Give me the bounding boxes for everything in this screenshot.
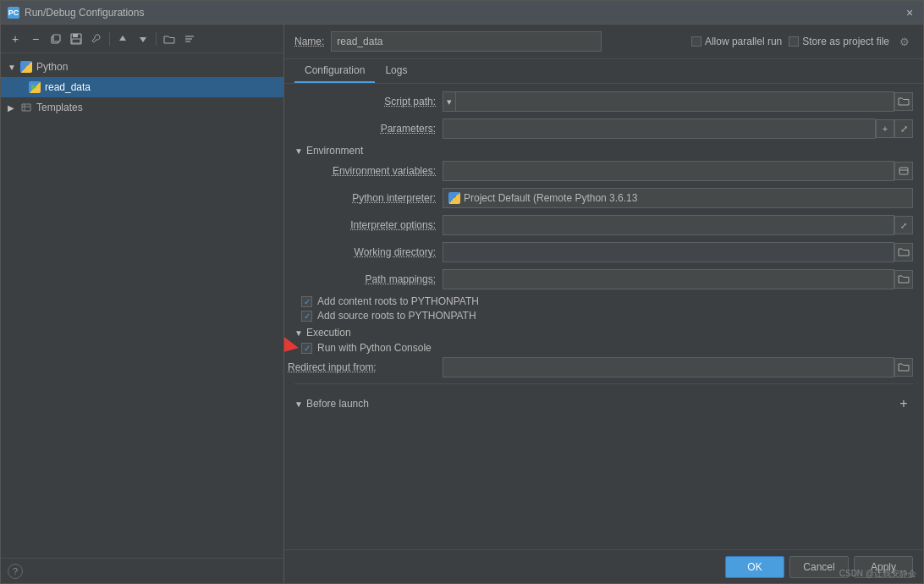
working-directory-input[interactable] bbox=[443, 242, 894, 262]
environment-section-header[interactable]: ▼ Environment bbox=[294, 145, 913, 157]
path-mappings-row: Path mappings: bbox=[294, 268, 913, 290]
app-icon: PC bbox=[8, 7, 19, 19]
path-mappings-input[interactable] bbox=[443, 269, 894, 289]
up-button[interactable] bbox=[113, 30, 132, 48]
before-launch-plus-button[interactable]: + bbox=[894, 394, 913, 413]
svg-rect-1 bbox=[53, 35, 60, 41]
left-panel: + − bbox=[1, 25, 284, 583]
working-directory-label: Working directory: bbox=[294, 246, 443, 258]
config-tree: ▼ Python read_data bbox=[1, 53, 283, 558]
redirect-input-label: Redirect input from: bbox=[288, 361, 436, 373]
svg-rect-10 bbox=[899, 168, 908, 174]
environment-section-title: Environment bbox=[306, 145, 363, 157]
allow-parallel-checkbox[interactable] bbox=[691, 36, 701, 47]
store-as-project-checkbox[interactable] bbox=[789, 36, 799, 47]
interpreter-options-label: Interpreter options: bbox=[294, 219, 443, 231]
before-launch-title: Before launch bbox=[306, 398, 369, 410]
script-type-button[interactable]: ▾ bbox=[443, 91, 456, 112]
run-with-python-console-checkbox[interactable] bbox=[301, 343, 312, 354]
name-input[interactable] bbox=[331, 31, 602, 52]
name-row: Name: Allow parallel run Store as projec… bbox=[284, 25, 923, 59]
window-title: Run/Debug Configurations bbox=[25, 7, 144, 19]
name-label: Name: bbox=[294, 36, 324, 47]
script-path-row: Script path: ▾ bbox=[294, 91, 913, 113]
python-group-icon bbox=[19, 60, 33, 74]
env-variables-input[interactable] bbox=[443, 161, 894, 181]
templates-label: Templates bbox=[36, 102, 83, 113]
save-config-button[interactable] bbox=[67, 30, 85, 48]
env-variables-label: Environment variables: bbox=[294, 165, 443, 177]
right-panel: Name: Allow parallel run Store as projec… bbox=[284, 25, 923, 583]
add-content-roots-label: Add content roots to PYTHONPATH bbox=[317, 295, 479, 307]
params-plus-button[interactable]: + bbox=[876, 119, 894, 138]
parameters-input[interactable] bbox=[443, 118, 876, 139]
remove-config-button[interactable]: − bbox=[26, 30, 45, 48]
tab-logs[interactable]: Logs bbox=[375, 59, 417, 83]
folder-button[interactable] bbox=[160, 30, 179, 48]
templates-item[interactable]: ▶ Templates bbox=[1, 97, 283, 118]
script-path-folder-button[interactable] bbox=[894, 92, 913, 111]
interpreter-options-row: Interpreter options: ⤢ bbox=[294, 214, 913, 236]
tab-configuration[interactable]: Configuration bbox=[294, 59, 375, 83]
parameters-label: Parameters: bbox=[294, 123, 443, 135]
name-row-right: Allow parallel run Store as project file… bbox=[691, 33, 913, 50]
before-launch-header[interactable]: ▼ Before launch + bbox=[294, 394, 913, 413]
ok-button[interactable]: OK bbox=[725, 556, 784, 578]
add-source-roots-label: Add source roots to PYTHONPATH bbox=[317, 310, 476, 322]
copy-config-button[interactable] bbox=[47, 30, 65, 48]
python-group-arrow: ▼ bbox=[8, 63, 19, 72]
env-variables-row: Environment variables: bbox=[294, 160, 913, 182]
gear-button[interactable]: ⚙ bbox=[896, 33, 913, 50]
close-button[interactable]: × bbox=[903, 6, 916, 19]
python-group-label: Python bbox=[36, 61, 68, 73]
add-config-button[interactable]: + bbox=[6, 30, 25, 48]
allow-parallel-label[interactable]: Allow parallel run bbox=[691, 36, 782, 47]
title-bar: PC Run/Debug Configurations × bbox=[1, 1, 923, 25]
execution-section-arrow: ▼ bbox=[294, 328, 303, 338]
interpreter-text: Project Default (Remote Python 3.6.13 bbox=[464, 192, 637, 204]
read-data-item[interactable]: read_data bbox=[1, 77, 283, 97]
svg-rect-4 bbox=[72, 39, 80, 43]
toolbar-separator-2 bbox=[156, 32, 157, 46]
script-path-wrapper: ▾ bbox=[443, 91, 894, 112]
script-path-input[interactable] bbox=[456, 91, 894, 112]
path-mappings-label: Path mappings: bbox=[294, 273, 443, 285]
script-path-label: Script path: bbox=[294, 96, 443, 107]
add-source-roots-checkbox[interactable] bbox=[301, 311, 312, 322]
add-source-roots-row: Add source roots to PYTHONPATH bbox=[294, 310, 913, 322]
execution-section-header[interactable]: ▼ Execution bbox=[294, 327, 913, 339]
python-interpreter-row: Python interpreter: Project Default (Rem… bbox=[294, 187, 913, 209]
help-button[interactable]: ? bbox=[8, 564, 23, 579]
interpreter-options-expand[interactable]: ⤢ bbox=[894, 216, 913, 234]
working-directory-folder-button[interactable] bbox=[894, 243, 913, 262]
python-interpreter-field[interactable]: Project Default (Remote Python 3.6.13 bbox=[443, 188, 913, 208]
run-with-python-console-label: Run with Python Console bbox=[317, 342, 432, 354]
params-expand-button[interactable]: ⤢ bbox=[894, 119, 913, 138]
python-group-item[interactable]: ▼ Python bbox=[1, 57, 283, 77]
add-content-roots-row: Add content roots to PYTHONPATH bbox=[294, 295, 913, 307]
tabs-row: Configuration Logs bbox=[284, 59, 923, 84]
env-variables-button[interactable] bbox=[894, 162, 913, 180]
add-content-roots-checkbox[interactable] bbox=[301, 296, 312, 307]
down-button[interactable] bbox=[134, 30, 152, 48]
read-data-label: read_data bbox=[45, 81, 91, 93]
python-interpreter-label: Python interpreter: bbox=[294, 192, 443, 204]
redirect-input-field[interactable] bbox=[443, 357, 894, 377]
run-with-console-row: Run with Python Console bbox=[294, 342, 913, 354]
parameters-row: Parameters: + ⤢ bbox=[294, 118, 913, 140]
redirect-input-row: Redirect input from: bbox=[294, 356, 913, 378]
wrench-button[interactable] bbox=[87, 30, 106, 48]
store-as-project-label[interactable]: Store as project file bbox=[789, 36, 889, 47]
path-mappings-folder-button[interactable] bbox=[894, 270, 913, 289]
sort-button[interactable] bbox=[180, 30, 199, 48]
config-area: Script path: ▾ Parameter bbox=[284, 84, 923, 549]
left-toolbar: + − bbox=[1, 25, 283, 53]
left-bottom: ? bbox=[1, 558, 283, 583]
interpreter-options-input[interactable] bbox=[443, 215, 894, 235]
dialog-footer: OK Cancel Apply bbox=[284, 549, 923, 583]
environment-section-arrow: ▼ bbox=[294, 146, 303, 156]
before-launch-section: ▼ Before launch + bbox=[294, 383, 913, 413]
templates-icon bbox=[19, 101, 33, 114]
redirect-input-folder-button[interactable] bbox=[894, 358, 913, 377]
working-directory-row: Working directory: bbox=[294, 241, 913, 263]
